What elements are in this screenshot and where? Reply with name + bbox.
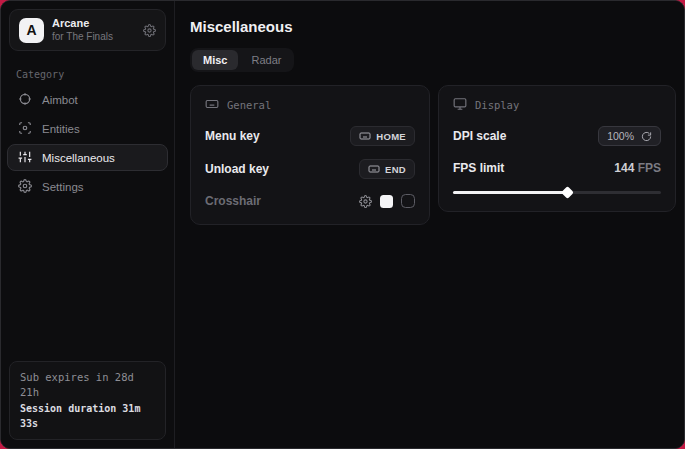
sidebar-spacer: [1, 200, 174, 352]
tab-misc[interactable]: Misc: [192, 50, 238, 70]
fps-limit-row: FPS limit 144 FPS: [453, 159, 661, 177]
settings-cards: General Menu key HOME Unload key END: [190, 85, 676, 225]
unload-key-button[interactable]: END: [359, 159, 415, 179]
crosshair-settings-gear-icon[interactable]: [359, 195, 372, 208]
crosshair-checkbox[interactable]: [401, 194, 415, 208]
crosshair-controls: [359, 194, 415, 208]
session-duration-text: Session duration 31m 33s: [20, 401, 155, 431]
menu-key-button[interactable]: HOME: [350, 126, 415, 146]
gear-icon: [18, 179, 32, 195]
menu-key-row: Menu key HOME: [205, 126, 415, 146]
fps-limit-slider[interactable]: [453, 188, 661, 197]
fps-unit: FPS: [634, 161, 661, 175]
sliders-icon: [18, 150, 32, 166]
fps-limit-label: FPS limit: [453, 161, 504, 175]
page-title: Miscellaneous: [190, 18, 676, 35]
fps-limit-value: 144 FPS: [614, 161, 661, 175]
sidebar-item-entities[interactable]: Entities: [7, 115, 168, 142]
refresh-icon: [641, 131, 652, 142]
fps-number: 144: [614, 161, 634, 175]
sidebar-item-label: Settings: [42, 181, 84, 193]
monitor-icon: [453, 97, 467, 113]
app-name: Arcane: [52, 17, 135, 31]
display-card: Display DPI scale 100% FPS limit 144 FPS: [438, 85, 676, 212]
unload-key-row: Unload key END: [205, 159, 415, 179]
general-card: General Menu key HOME Unload key END: [190, 85, 430, 225]
crosshair-icon: [18, 92, 32, 108]
sidebar-item-label: Aimbot: [42, 94, 78, 106]
slider-thumb[interactable]: [562, 186, 575, 199]
app-window: A Arcane for The Finals Category Aimbot: [0, 0, 685, 449]
general-card-header: General: [205, 97, 415, 113]
menu-key-label: Menu key: [205, 129, 260, 143]
profile-card: A Arcane for The Finals: [9, 9, 166, 51]
category-label: Category: [16, 69, 174, 80]
sidebar-item-miscellaneous[interactable]: Miscellaneous: [7, 144, 168, 171]
tab-bar: Misc Radar: [190, 48, 294, 72]
unload-key-value: END: [385, 164, 406, 175]
dpi-scale-row: DPI scale 100%: [453, 126, 661, 146]
sidebar-item-aimbot[interactable]: Aimbot: [7, 86, 168, 113]
app-logo: A: [19, 18, 44, 43]
sidebar-nav: Aimbot Entities Miscellaneous Settings: [1, 86, 174, 200]
unload-key-label: Unload key: [205, 162, 269, 176]
sidebar: A Arcane for The Finals Category Aimbot: [1, 1, 175, 448]
app-subtitle: for The Finals: [52, 31, 135, 44]
tab-radar[interactable]: Radar: [240, 50, 292, 70]
dpi-scale-button[interactable]: 100%: [598, 126, 661, 146]
crosshair-color-swatch[interactable]: [380, 195, 393, 208]
dpi-scale-value: 100%: [607, 130, 634, 142]
general-card-title: General: [227, 99, 271, 111]
slider-fill: [453, 191, 567, 194]
keyboard-icon: [368, 163, 380, 175]
dpi-scale-label: DPI scale: [453, 129, 506, 143]
profile-text: Arcane for The Finals: [52, 17, 135, 43]
display-card-header: Display: [453, 97, 661, 113]
subscription-status-card: Sub expires in 28d 21h Session duration …: [9, 361, 166, 441]
display-card-title: Display: [475, 99, 519, 111]
main-content: Miscellaneous Misc Radar General Menu ke…: [175, 1, 685, 448]
keyboard-icon: [359, 130, 371, 142]
crosshair-row: Crosshair: [205, 192, 415, 210]
menu-key-value: HOME: [376, 131, 406, 142]
gear-icon[interactable]: [143, 24, 156, 37]
crosshair-label: Crosshair: [205, 194, 261, 208]
sub-expires-text: Sub expires in 28d 21h: [20, 370, 155, 402]
sidebar-item-label: Miscellaneous: [42, 152, 115, 164]
sidebar-item-label: Entities: [42, 123, 80, 135]
scan-icon: [18, 121, 32, 137]
sidebar-item-settings[interactable]: Settings: [7, 173, 168, 200]
keyboard-icon: [205, 97, 219, 113]
